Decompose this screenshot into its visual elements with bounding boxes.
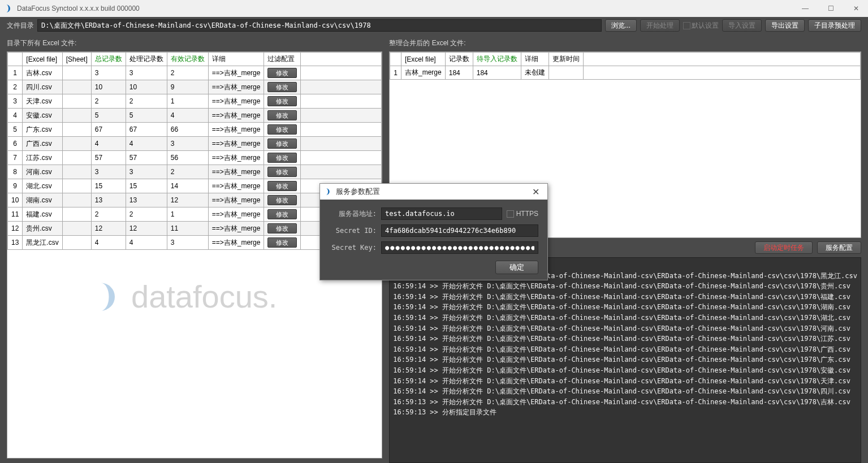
window-minimize-button[interactable]: — [797, 3, 813, 14]
right-pane-title: 整理合并后的 Excel 文件: [389, 38, 861, 48]
modify-button[interactable]: 修改 [267, 153, 297, 163]
left-pane-title: 目录下所有 Excel 文件: [7, 38, 382, 48]
titlebar: DataFocus Synctool x.x.x.x build 000000 … [0, 0, 868, 17]
col-process[interactable]: 处理记录数 [126, 53, 167, 66]
secret-id-label: Secret ID: [329, 227, 377, 235]
table-row[interactable]: 7江苏.csv575756==>吉林_merge修改 [8, 151, 382, 165]
table-row[interactable]: 8河南.csv332==>吉林_merge修改 [8, 165, 382, 179]
modify-button[interactable]: 修改 [267, 96, 297, 106]
modify-button[interactable]: 修改 [267, 110, 297, 120]
col-valid[interactable]: 有效记录数 [167, 53, 208, 66]
dialog-titlebar: 服务参数配置 ✕ [320, 184, 547, 200]
dialog-close-button[interactable]: ✕ [529, 187, 543, 197]
modify-button[interactable]: 修改 [267, 68, 297, 78]
secret-key-label: Secret Key: [329, 244, 377, 252]
log-line: 16:59:14 >> 开始分析文件 D:\桌面文件\ERData-of-Chi… [393, 386, 857, 397]
col-detail[interactable]: 详细 [208, 53, 264, 66]
modify-button[interactable]: 修改 [267, 139, 297, 149]
modify-button[interactable]: 修改 [267, 181, 297, 191]
modify-button[interactable]: 修改 [267, 209, 297, 219]
log-line: 16:59:14 >> 开始分析文件 D:\桌面文件\ERData-of-Chi… [393, 376, 857, 387]
rcol-update[interactable]: 更新时间 [549, 53, 583, 66]
table-row[interactable]: 3天津.csv221==>吉林_merge修改 [8, 94, 382, 109]
service-config-button[interactable]: 服务配置 [817, 241, 861, 254]
modify-button[interactable]: 修改 [267, 82, 297, 92]
log-line: 16:59:13 >> 分析指定目录文件 [393, 407, 857, 418]
service-config-dialog: 服务参数配置 ✕ 服务器地址: HTTPS Secret ID: Secret … [319, 183, 548, 280]
browse-button[interactable]: 浏览... [605, 19, 637, 32]
export-settings-button[interactable]: 导出设置 [765, 19, 805, 32]
table-row[interactable]: 1吉林_merge184184未创建 [390, 66, 861, 80]
table-row[interactable]: 4安徽.csv554==>吉林_merge修改 [8, 109, 382, 123]
log-line: 16:59:14 >> 开始分析文件 D:\桌面文件\ERData-of-Chi… [393, 334, 857, 344]
secret-key-input[interactable] [381, 241, 538, 254]
log-line: 16:59:14 >> 开始分析文件 D:\桌面文件\ERData-of-Chi… [393, 292, 857, 302]
watermark: datafocus. [95, 278, 277, 315]
default-settings-checkbox[interactable]: 默认设置 [683, 21, 719, 31]
modify-button[interactable]: 修改 [267, 195, 297, 205]
window-maximize-button[interactable]: ☐ [823, 3, 839, 14]
log-line: 16:59:14 >> 开始分析文件 D:\桌面文件\ERData-of-Chi… [393, 281, 857, 292]
rcol-pending[interactable]: 待导入记录数 [473, 53, 521, 66]
window-title: DataFocus Synctool x.x.x.x build 000000 [17, 5, 140, 12]
modify-button[interactable]: 修改 [267, 237, 297, 248]
table-row[interactable]: 1吉林.csv332==>吉林_merge修改 [8, 66, 382, 80]
col-total[interactable]: 总记录数 [91, 53, 126, 66]
subdir-pre-button[interactable]: 子目录预处理 [808, 19, 861, 32]
table-row[interactable]: 6广西.csv443==>吉林_merge修改 [8, 137, 382, 151]
log-line: 16:59:14 >> 开始分析文件 D:\桌面文件\ERData-of-Chi… [393, 323, 857, 334]
modify-button[interactable]: 修改 [267, 124, 297, 135]
log-line: 16:59:14 >> 开始分析文件 D:\桌面文件\ERData-of-Chi… [393, 354, 857, 365]
rcol-count[interactable]: 记录数 [445, 53, 473, 66]
path-label: 文件目录 [7, 21, 34, 31]
log-line: 16:59:14 >> 开始分析文件 D:\桌面文件\ERData-of-Chi… [393, 313, 857, 323]
col-sheet[interactable]: [Sheet] [62, 53, 91, 66]
col-filter[interactable]: 过滤配置 [264, 53, 301, 66]
col-file[interactable]: [Excel file] [23, 53, 62, 66]
app-logo-icon [5, 4, 14, 13]
log-line: 16:59:13 >> 开始分析文件 D:\桌面文件\ERData-of-Chi… [393, 397, 857, 408]
server-address-label: 服务器地址: [329, 209, 377, 219]
table-row[interactable]: 5广东.csv676766==>吉林_merge修改 [8, 123, 382, 137]
rcol-file[interactable]: [Excel file] [401, 53, 446, 66]
import-settings-button[interactable]: 导入设置 [722, 19, 762, 32]
modify-button[interactable]: 修改 [267, 167, 297, 177]
log-line: 16:59:14 >> 开始分析文件 D:\桌面文件\ERData-of-Chi… [393, 365, 857, 376]
modify-button[interactable]: 修改 [267, 223, 297, 233]
dialog-logo-icon [325, 188, 332, 196]
auto-task-button[interactable]: 启动定时任务 [755, 241, 813, 254]
log-line: 16:59:14 >> 开始分析文件 D:\桌面文件\ERData-of-Chi… [393, 344, 857, 355]
start-button[interactable]: 开始处理 [640, 19, 680, 32]
table-row[interactable]: 2四川.csv10109==>吉林_merge修改 [8, 80, 382, 94]
rcol-detail[interactable]: 详细 [521, 53, 549, 66]
server-address-input[interactable] [381, 207, 502, 220]
path-input[interactable] [37, 19, 602, 32]
toolbar: 文件目录 浏览... 开始处理 默认设置 导入设置 导出设置 子目录预处理 [0, 17, 868, 34]
window-close-button[interactable]: ✕ [849, 3, 863, 14]
dialog-title: 服务参数配置 [336, 187, 380, 197]
https-checkbox[interactable]: HTTPS [507, 210, 538, 218]
dialog-ok-button[interactable]: 确定 [495, 261, 538, 274]
secret-id-input[interactable] [381, 224, 538, 237]
log-line: 16:59:14 >> 开始分析文件 D:\桌面文件\ERData-of-Chi… [393, 302, 857, 313]
log-console[interactable]: 16:59:14 >> 连接服务器检测文件状态.16:59:14 >> 开始分析… [389, 257, 861, 463]
